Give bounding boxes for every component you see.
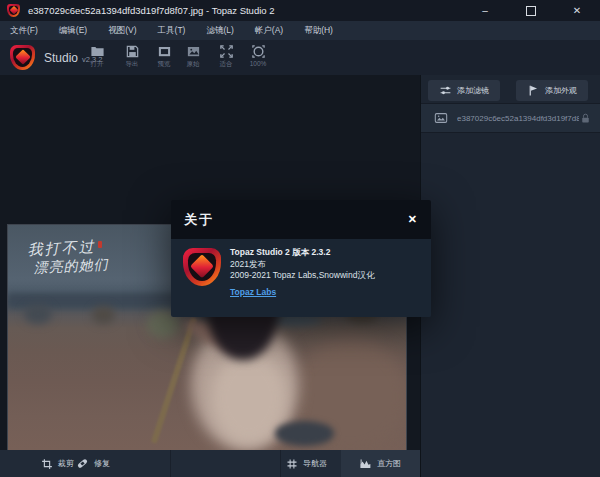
separator bbox=[170, 450, 171, 477]
heal-label: 修复 bbox=[94, 458, 110, 469]
navigator-label: 导航器 bbox=[303, 458, 327, 469]
fit-button[interactable]: 适合 bbox=[208, 44, 244, 69]
navigator-button[interactable]: 导航器 bbox=[286, 450, 327, 477]
photo-blur-shape bbox=[92, 306, 116, 324]
separator bbox=[280, 450, 281, 477]
crop-button[interactable]: 裁剪 bbox=[41, 450, 74, 477]
toolbar: Studiov2.3.2 打开 导出 预览 原始 适合 100% 107 bbox=[0, 40, 600, 75]
red-seal-mark bbox=[98, 241, 102, 248]
photo-caption: 我打不过 漂亮的她们 bbox=[27, 236, 109, 276]
window-controls: – ✕ bbox=[462, 0, 600, 21]
close-icon: ✕ bbox=[573, 5, 581, 16]
crop-label: 裁剪 bbox=[58, 458, 74, 469]
menu-bar: 文件(F) 编辑(E) 视图(V) 工具(T) 滤镜(L) 帐户(A) 帮助(H… bbox=[0, 21, 600, 40]
preview-icon bbox=[157, 44, 172, 59]
lock-icon[interactable] bbox=[579, 112, 592, 125]
menu-tools[interactable]: 工具(T) bbox=[156, 25, 188, 37]
topaz-labs-link[interactable]: Topaz Labs bbox=[230, 287, 276, 299]
base-layer-row[interactable]: e387029c6ec52a1394dfd3d19f7d8… bbox=[421, 103, 600, 133]
minimize-button[interactable]: – bbox=[462, 0, 508, 21]
menu-edit[interactable]: 编辑(E) bbox=[57, 25, 89, 37]
fit-label: 适合 bbox=[208, 60, 244, 69]
heal-button[interactable]: 修复 bbox=[76, 450, 110, 477]
about-text-block: Topaz Studio 2 版本 2.3.2 2021发布 2009-2021… bbox=[230, 247, 374, 298]
look-flag-icon bbox=[527, 84, 540, 97]
open-folder-icon bbox=[90, 44, 105, 59]
photo-blur-shape bbox=[24, 304, 52, 324]
app-logo-icon bbox=[7, 4, 20, 17]
original-image-icon bbox=[186, 44, 201, 59]
topaz-logo-icon bbox=[183, 248, 221, 286]
bandaid-icon bbox=[76, 457, 89, 470]
actual-size-button[interactable]: 100% bbox=[240, 44, 276, 67]
about-release-line: 2021发布 bbox=[230, 259, 374, 271]
actual-size-label: 100% bbox=[240, 60, 276, 67]
minimize-icon: – bbox=[482, 5, 488, 16]
close-button[interactable]: ✕ bbox=[554, 0, 600, 21]
fit-screen-icon bbox=[219, 44, 234, 59]
add-look-label: 添加外观 bbox=[545, 85, 577, 96]
export-button[interactable]: 导出 bbox=[114, 44, 150, 69]
app-window: e387029c6ec52a1394dfd3d19f7d8f07.jpg - T… bbox=[0, 0, 600, 477]
about-dialog: 关于 ✕ Topaz Studio 2 版本 2.3.2 2021发布 2009… bbox=[171, 200, 431, 317]
open-label: 打开 bbox=[79, 60, 115, 69]
histogram-label: 直方图 bbox=[377, 458, 401, 469]
caption-line-2: 漂亮的她们 bbox=[33, 255, 109, 276]
about-dialog-body: Topaz Studio 2 版本 2.3.2 2021发布 2009-2021… bbox=[171, 239, 431, 317]
brand-label: Studio bbox=[44, 51, 78, 65]
about-dialog-header: 关于 ✕ bbox=[171, 200, 431, 239]
studio-logo-icon bbox=[10, 45, 35, 70]
titlebar: e387029c6ec52a1394dfd3d19f7d8f07.jpg - T… bbox=[0, 0, 600, 21]
histogram-button[interactable]: 直方图 bbox=[341, 450, 420, 477]
export-icon bbox=[125, 44, 140, 59]
menu-help[interactable]: 帮助(H) bbox=[302, 25, 335, 37]
photo-blur-shape bbox=[275, 421, 335, 446]
add-look-button[interactable]: 添加外观 bbox=[516, 80, 588, 101]
add-filter-button[interactable]: 添加滤镜 bbox=[428, 80, 500, 101]
add-filter-label: 添加滤镜 bbox=[457, 85, 489, 96]
actual-size-icon bbox=[251, 44, 266, 59]
original-button[interactable]: 原始 bbox=[175, 44, 211, 69]
menu-file[interactable]: 文件(F) bbox=[8, 25, 40, 37]
menu-account[interactable]: 帐户(A) bbox=[253, 25, 285, 37]
bottom-toolbar: 裁剪 修复 导航器 直方图 bbox=[0, 450, 420, 477]
histogram-icon bbox=[359, 457, 372, 470]
about-version-line: Topaz Studio 2 版本 2.3.2 bbox=[230, 247, 374, 259]
original-label: 原始 bbox=[175, 60, 211, 69]
image-layer-icon bbox=[434, 111, 448, 125]
export-label: 导出 bbox=[114, 60, 150, 69]
histogram-button-inner: 直方图 bbox=[359, 450, 401, 477]
navigator-grid-icon bbox=[286, 458, 298, 470]
about-copyright-line: 2009-2021 Topaz Labs,Snowwind汉化 bbox=[230, 270, 374, 282]
menu-view[interactable]: 视图(V) bbox=[106, 25, 138, 37]
panel-buttons-row: 添加滤镜 添加外观 bbox=[421, 75, 600, 101]
crop-icon bbox=[41, 458, 53, 470]
menu-filters[interactable]: 滤镜(L) bbox=[204, 25, 235, 37]
maximize-icon bbox=[526, 6, 536, 16]
window-title: e387029c6ec52a1394dfd3d19f7d8f07.jpg - T… bbox=[28, 5, 275, 16]
maximize-button[interactable] bbox=[508, 0, 554, 21]
filters-panel: 添加滤镜 添加外观 e387029c6ec52a1394dfd3d19f7d8… bbox=[420, 75, 600, 477]
about-dialog-title: 关于 bbox=[184, 211, 214, 229]
filter-sliders-icon bbox=[439, 84, 452, 97]
layer-name: e387029c6ec52a1394dfd3d19f7d8… bbox=[457, 114, 579, 123]
dialog-close-icon[interactable]: ✕ bbox=[408, 213, 417, 226]
open-button[interactable]: 打开 bbox=[79, 44, 115, 69]
